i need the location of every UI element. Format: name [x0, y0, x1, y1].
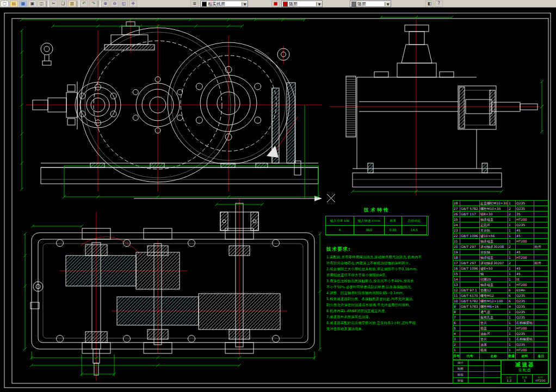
title-block-signature-cell: [468, 372, 485, 378]
linetype-combo-value: 随层: [357, 1, 385, 7]
zoom-window-icon[interactable]: ◱: [120, 1, 128, 7]
parts-list-cell: 滚动轴承30208: [480, 244, 508, 250]
tech-requirements: 技术要求: 1.装配前,所有零件用煤油清洗,滚动轴承用汽油清洗,机体内不 许有任…: [326, 246, 464, 332]
parts-list-cell: 9: [453, 304, 460, 309]
parts-list-cell: 定距环: [480, 222, 508, 228]
parts-list-cell: 1: [508, 266, 516, 271]
title-block: 设计制图校核审核 减速器 装配图 比例1:2数量1材料HT200: [453, 359, 549, 383]
tech-requirement-line: 7.减速器外表面涂灰色油漆。: [326, 314, 464, 320]
parts-list-cell: [460, 217, 480, 222]
layer-combo[interactable]: 粗实线层▼: [200, 1, 248, 7]
print-icon-glyph: ▣: [30, 2, 35, 6]
parts-list-row: 20GB/T 297滚动轴承302082组件: [453, 244, 548, 250]
title-block-date-cell: [484, 360, 501, 366]
open-icon[interactable]: ▤: [10, 1, 18, 7]
drawing-type: 装配图: [518, 368, 532, 373]
parts-list-cell: 箱盖: [480, 326, 508, 331]
chevron-down-icon: ▼: [242, 2, 248, 6]
parts-list-cell: 3: [453, 337, 460, 342]
parts-list-cell: 65Mn: [516, 288, 534, 293]
parts-list-cell: 6: [508, 288, 516, 293]
parts-list-row: 27GB/T 5782螺栓M10×352Q235: [453, 206, 548, 211]
toolbar: ▢▤▦▣◫✂❏▥↶↷⊕⊖◱✛≣粗实线层▼■随层▼随层▼◧?: [0, 0, 556, 8]
redo-icon[interactable]: ↷: [89, 1, 97, 7]
parts-list-cell: 螺栓M12×100: [480, 298, 508, 304]
new-file-icon[interactable]: ▢: [1, 1, 9, 7]
color-combo[interactable]: 随层▼: [281, 1, 323, 7]
toolbar-separator: [98, 1, 101, 7]
title-block-info-cell: 材料HT200: [533, 375, 548, 383]
parts-list-cell: [534, 217, 548, 222]
title-block-date-cell: [484, 378, 501, 384]
title-block-label: 审核: [453, 378, 468, 384]
cut-icon[interactable]: ✂: [50, 1, 58, 7]
parts-list-row: 23大齿轮145: [453, 228, 548, 233]
zoom-out-icon[interactable]: ⊖: [110, 1, 119, 7]
parts-list-cell: 4: [508, 304, 516, 309]
tech-requirement-line: 剖分面允许涂密封油漆或水玻璃,不允许使用任何填料。: [326, 302, 464, 308]
parts-list-cell: [534, 255, 548, 260]
print-icon[interactable]: ▣: [28, 1, 36, 7]
tech-table-header-cell: 输入功率 kW: [326, 216, 354, 226]
copy-icon[interactable]: ❏: [59, 1, 67, 7]
zoom-in-icon[interactable]: ⊕: [101, 1, 109, 7]
parts-list-cell: 2: [508, 211, 516, 217]
parts-list-cell: [460, 282, 480, 288]
parts-list-cell: 26: [453, 211, 460, 217]
undo-icon-glyph: ↶: [82, 2, 86, 6]
parts-list-row: 17GB/T 297滚动轴承302072组件: [453, 260, 548, 266]
parts-list-cell: 石棉橡胶纸: [516, 320, 534, 326]
parts-list-cell: 45: [516, 233, 534, 239]
undo-icon[interactable]: ↶: [80, 1, 88, 7]
parts-list-row: 12GB/T 97.1垫圈12665Mn: [453, 288, 548, 293]
parts-list-cell: [460, 201, 480, 206]
parts-list-cell: HT200: [516, 217, 534, 222]
parts-list-cell: [534, 222, 548, 228]
tech-table-value-cell: 4: [326, 226, 354, 235]
side-view: [330, 16, 543, 196]
parts-list-cell: [460, 228, 480, 233]
help-icon[interactable]: ?: [435, 1, 443, 7]
print-preview-icon[interactable]: ◫: [38, 1, 46, 7]
parts-list-cell: Q235: [516, 201, 534, 206]
save-icon[interactable]: ▦: [19, 1, 27, 7]
parts-list-cell: [460, 250, 480, 255]
parts-list-row: 10GB/T 5782螺栓M12×1006Q235: [453, 298, 548, 304]
layer-manager-icon[interactable]: ≣: [190, 1, 199, 7]
parts-list-cell: 1: [508, 271, 516, 277]
parts-list-cell: 2: [508, 260, 516, 266]
parts-list-cell: [534, 211, 548, 217]
tech-requirement-line: 4.调整、固定轴承时应留轴向间隙0.05~0.1mm。: [326, 290, 464, 296]
parts-list-cell: 16: [453, 266, 460, 271]
linetype-combo[interactable]: 随层▼: [350, 1, 391, 7]
parts-list-cell: [534, 320, 548, 326]
parts-list-cell: [534, 266, 548, 271]
pan-icon[interactable]: ✛: [129, 1, 137, 7]
parts-list-row: 24定距环1Q235: [453, 222, 548, 228]
parts-list-row: 18轴承端盖1HT200: [453, 255, 548, 260]
parts-list-cell: 6: [508, 293, 516, 298]
parts-list-cell: 轴承端盖: [480, 239, 508, 244]
parts-list-cell: Q235: [516, 206, 534, 211]
parts-list-cell: 垫圈12: [480, 288, 508, 293]
parts-list-cell: 2: [508, 244, 516, 250]
parts-list-cell: 1: [508, 315, 516, 320]
parts-list-cell: 24: [453, 222, 460, 228]
parts-list-cell: 毡圈25: [480, 277, 508, 282]
parts-list-cell: [534, 293, 548, 298]
parts-list-cell: [534, 309, 548, 315]
parts-list-cell: Q235: [516, 298, 534, 304]
title-block-info-cells: 比例1:2数量1材料HT200: [502, 375, 548, 383]
paste-icon[interactable]: ▥: [68, 1, 76, 7]
parts-list-cell: 毡: [516, 277, 534, 282]
color-combo-value: 随层: [289, 1, 316, 7]
parts-list-cell: GB/T 297: [460, 260, 480, 266]
toolbar-spacer: [249, 0, 271, 7]
parts-list-row: 1箱座1HT200: [453, 347, 548, 353]
parts-list-cell: 组件: [534, 260, 548, 266]
parts-list-cell: GB/T 297: [460, 244, 480, 250]
parts-list-cell: [534, 250, 548, 255]
parts-list-cell: Q235: [516, 331, 534, 337]
properties-icon[interactable]: ◧: [425, 1, 434, 7]
layer-color-icon[interactable]: ■: [271, 1, 280, 7]
